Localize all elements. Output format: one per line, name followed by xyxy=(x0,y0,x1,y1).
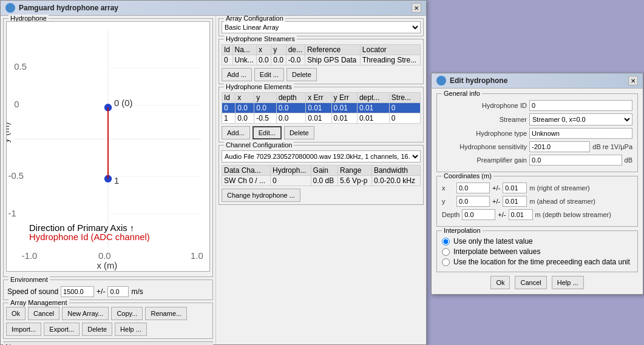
export-button[interactable]: Export... xyxy=(44,323,80,336)
main-title-bar: Pamguard hydrophone array ✕ xyxy=(1,1,426,16)
hydrophone-type-input[interactable] xyxy=(529,128,632,139)
svg-text:Direction of Primary Axis ↑: Direction of Primary Axis ↑ xyxy=(29,223,134,233)
table-row[interactable]: 00.00.00.00.010.010.010 xyxy=(222,103,421,113)
depth-coord-input[interactable] xyxy=(462,209,495,220)
general-info-title: General info xyxy=(442,90,482,97)
edit-hydrophone-window: Edit hydrophone ✕ General info Hydrophon… xyxy=(431,73,643,295)
edit-content: General info Hydrophone ID Streamer Stre… xyxy=(432,89,643,294)
ch-col-data: Data Cha... xyxy=(222,166,271,176)
ok-button[interactable]: Ok xyxy=(6,307,25,320)
hydrophone-plot: 0.5 0 -0.5 -1 -1.0 0.0 1.0 x (m) y (m) xyxy=(7,22,209,271)
change-hydrophone-button[interactable]: Change hydrophone ... xyxy=(222,189,300,202)
new-array-button[interactable]: New Array... xyxy=(62,307,109,320)
import-button[interactable]: Import... xyxy=(6,323,41,336)
preamplifier-input[interactable] xyxy=(529,155,622,166)
edit-help-button[interactable]: Help ... xyxy=(552,276,584,289)
streamer-label: Streamer xyxy=(442,116,527,123)
speed-error-input[interactable] xyxy=(107,286,129,297)
x-coord-pm-input[interactable] xyxy=(503,183,527,193)
depth-coord-pm: +/- xyxy=(498,211,506,218)
el-col-stre: Stre... xyxy=(389,93,420,103)
elements-group: Hydrophone Elements Id x y depth x Err y… xyxy=(219,87,424,142)
y-coord-unit: m (ahead of streamer) xyxy=(529,198,595,205)
copy-button[interactable]: Copy... xyxy=(111,307,143,320)
app-icon xyxy=(5,3,15,13)
table-row[interactable]: SW Ch 0 / ...00.0 dB5.6 Vp-p0.0-20.0 kHz xyxy=(222,176,421,186)
help-button[interactable]: Help ... xyxy=(115,323,147,336)
edit-ok-button[interactable]: Ok xyxy=(490,276,510,289)
svg-text:0 (0): 0 (0) xyxy=(114,98,133,108)
depth-coord-pm-input[interactable] xyxy=(509,209,533,220)
delete-array-button[interactable]: Delete xyxy=(82,323,112,336)
el-col-xerr: x Err xyxy=(306,93,331,103)
coordinates-group: Coordinates (m) x +/- m (right of stream… xyxy=(436,176,638,227)
table-row[interactable]: 0Unk...0.00.0-0.0Ship GPS DataThreading … xyxy=(222,55,421,65)
streamers-table: Id Na... x y de... Reference Locator 0Un… xyxy=(222,44,421,65)
streamer-row: Streamer Streamer 0, x=0.0 xyxy=(442,113,632,126)
interp-radio-0[interactable] xyxy=(442,238,450,246)
close-button[interactable]: ✕ xyxy=(412,3,421,13)
svg-text:0: 0 xyxy=(14,99,19,109)
svg-text:1.0: 1.0 xyxy=(191,251,203,261)
streamers-add-button[interactable]: Add ... xyxy=(222,68,252,81)
interp-radio-2[interactable] xyxy=(442,258,450,266)
interp-option-1-row: Interpolate between values xyxy=(442,247,632,256)
depth-coord-row: Depth +/- m (depth below streamer) xyxy=(442,209,632,220)
ch-col-range: Range xyxy=(338,166,372,176)
x-coord-row: x +/- m (right of streamer) xyxy=(442,183,632,193)
streamers-table-container: Id Na... x y de... Reference Locator 0Un… xyxy=(222,44,421,65)
elements-add-button[interactable]: Add... xyxy=(222,126,250,139)
interp-radio-1[interactable] xyxy=(442,248,450,256)
streamers-col-reference: Reference xyxy=(305,45,360,55)
sensitivity-unit: dB re 1V/µPa xyxy=(592,143,632,150)
streamers-col-name: Na... xyxy=(232,45,256,55)
elements-edit-button[interactable]: Edit... xyxy=(253,126,282,139)
edit-buttons: Ok Cancel Help ... xyxy=(436,276,638,289)
channel-table: Data Cha... Hydroph... Gain Range Bandwi… xyxy=(222,165,421,186)
svg-text:x (m): x (m) xyxy=(97,261,117,270)
streamers-title: Hydrophone Streamers xyxy=(224,35,297,42)
el-col-y: y xyxy=(254,93,276,103)
edit-cancel-button[interactable]: Cancel xyxy=(515,276,546,289)
streamers-col-id: Id xyxy=(222,45,233,55)
cancel-button[interactable]: Cancel xyxy=(28,307,59,320)
array-config-select[interactable]: Basic Linear Array xyxy=(222,21,421,33)
edit-close-button[interactable]: ✕ xyxy=(628,76,638,85)
preamplifier-row: Preamplifier gain dB xyxy=(442,155,632,166)
hydrophone-type-row: Hydrophone type xyxy=(442,128,632,139)
main-window: Pamguard hydrophone array ✕ Hydrophone xyxy=(0,0,427,345)
streamers-delete-button[interactable]: Delete xyxy=(286,68,317,81)
x-coord-unit: m (right of streamer) xyxy=(529,184,590,192)
speed-of-sound-input[interactable] xyxy=(61,286,94,297)
x-coord-input[interactable] xyxy=(456,183,490,193)
streamers-edit-button[interactable]: Edit ... xyxy=(254,68,284,81)
preamplifier-label: Preamplifier gain xyxy=(442,156,527,164)
depth-coord-label: Depth xyxy=(442,211,459,218)
interp-option-2-row: Use the location for the time preceeding… xyxy=(442,258,632,266)
streamer-select[interactable]: Streamer 0, x=0.0 xyxy=(529,113,632,126)
elements-table-container: Id x y depth x Err y Err dept... Stre... xyxy=(222,92,421,124)
elements-table: Id x y depth x Err y Err dept... Stre... xyxy=(222,92,421,124)
sensitivity-row: Hydrophone sensitivity dB re 1V/µPa xyxy=(442,141,632,152)
channel-config-select[interactable]: Audio File 7029.230527080000.wav 192.0kH… xyxy=(222,150,421,162)
general-info-group: General info Hydrophone ID Streamer Stre… xyxy=(436,93,638,172)
right-panel: Array Configuration Basic Linear Array H… xyxy=(216,16,426,344)
y-coord-pm-input[interactable] xyxy=(503,196,527,207)
y-coord-label: y xyxy=(442,198,454,205)
streamers-buttons: Add ... Edit ... Delete xyxy=(222,68,421,81)
hydrophone-id-label: Hydrophone ID xyxy=(442,102,527,109)
y-coord-input[interactable] xyxy=(456,196,490,207)
sensitivity-input[interactable] xyxy=(529,141,590,152)
elements-delete-button[interactable]: Delete xyxy=(284,126,314,139)
hydrophone-id-input[interactable] xyxy=(529,100,632,111)
rename-button[interactable]: Rename... xyxy=(145,307,187,320)
el-col-dept: dept... xyxy=(357,93,389,103)
environment-label: Environment xyxy=(8,276,50,283)
sensitivity-label: Hydrophone sensitivity xyxy=(442,143,527,150)
streamers-col-y: y xyxy=(271,45,286,55)
interp-label-2: Use the location for the time preceeding… xyxy=(453,258,630,266)
y-coord-pm: +/- xyxy=(492,198,500,205)
channel-config-title: Channel Configuration xyxy=(224,141,294,149)
table-row[interactable]: 10.0-0.50.00.010.010.010 xyxy=(222,113,421,124)
streamers-group: Hydrophone Streamers Id Na... x y de... … xyxy=(219,39,424,84)
